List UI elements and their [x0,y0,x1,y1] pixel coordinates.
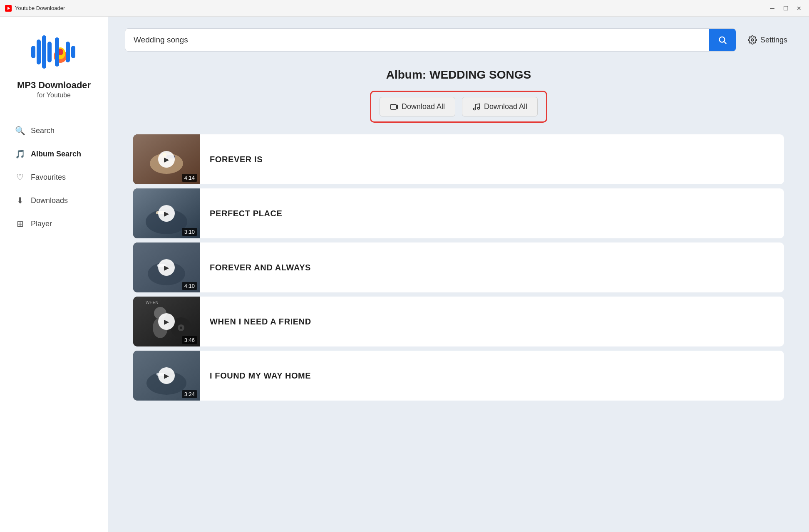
maximize-button[interactable]: ☐ [781,3,791,13]
svg-rect-4 [42,35,46,69]
play-button-1[interactable]: ▶ [158,151,175,168]
search-input[interactable] [125,35,709,45]
svg-marker-16 [396,105,397,108]
gear-icon [748,35,757,45]
svg-rect-10 [71,46,75,58]
nav-menu: 🔍 Search 🎵 Album Search ♡ Favourites ⬇ D… [0,120,108,235]
sidebar-item-search-label: Search [31,126,55,135]
duration-badge-3: 4:10 [182,282,197,290]
duration-badge-5: 3:24 [182,390,197,398]
svg-rect-3 [37,40,41,64]
song-title-5: I FOUND MY WAY HOME [200,371,784,381]
play-button-2[interactable]: ▶ [158,205,175,222]
minimize-button[interactable]: ─ [767,3,777,13]
table-row[interactable]: 3:24 ▶ I FOUND MY WAY HOME [133,351,784,401]
app-subtitle: for Youtube [37,92,71,99]
svg-rect-11 [55,37,59,67]
play-button-3[interactable]: ▶ [158,259,175,276]
results-area[interactable]: Album: WEDDING SONGS Download All [108,60,809,532]
main-content: Settings Album: WEDDING SONGS Download A… [108,17,809,532]
search-bar-area: Settings [108,17,809,60]
download-all-video-label: Download All [402,102,445,111]
search-input-wrap [125,28,736,52]
download-icon: ⬇ [15,195,25,205]
svg-rect-5 [47,42,52,62]
download-all-video-button[interactable]: Download All [380,97,455,116]
settings-button[interactable]: Settings [743,32,792,48]
sidebar-item-downloads-label: Downloads [31,196,68,205]
song-thumbnail-4: WHEN 3:46 ▶ [133,297,200,346]
duration-badge-1: 4:14 [182,174,197,182]
sidebar: MP3 Downloader for Youtube 🔍 Search 🎵 Al… [0,17,108,532]
table-row[interactable]: 4:14 ▶ FOREVER IS [133,134,784,184]
download-all-audio-label: Download All [484,102,527,111]
svg-rect-15 [391,104,396,109]
music-note-icon: 🎵 [15,149,25,159]
svg-text:WHEN: WHEN [146,300,159,305]
title-bar-controls: ─ ☐ ✕ [767,3,804,13]
duration-badge-2: 3:10 [182,228,197,236]
song-title-2: PERFECT PLACE [200,209,784,218]
sidebar-item-player[interactable]: ⊞ Player [7,213,101,235]
title-bar-app-name: Youtube Downloader [15,5,65,11]
song-thumbnail-5: 3:24 ▶ [133,351,200,401]
sidebar-item-album-search[interactable]: 🎵 Album Search [7,143,101,165]
search-button-icon [718,35,727,45]
song-thumbnail-2: 3:10 ▶ [133,188,200,238]
video-download-icon [390,103,398,111]
svg-line-13 [724,42,726,44]
sidebar-item-favourites-label: Favourites [31,173,66,182]
logo-container: MP3 Downloader for Youtube [17,29,91,99]
svg-point-14 [751,39,754,41]
svg-point-12 [720,37,725,42]
table-row[interactable]: 3:10 ▶ PERFECT PLACE [133,188,784,238]
svg-point-37 [180,327,182,329]
search-icon: 🔍 [15,126,25,136]
song-thumbnail-3: 4:10 ▶ [133,242,200,292]
table-row[interactable]: WHEN 3:46 ▶ WHEN I NEED A FRIEND [133,297,784,346]
svg-point-18 [478,107,480,109]
song-title-1: FOREVER IS [200,155,784,164]
sidebar-item-favourites[interactable]: ♡ Favourites [7,166,101,188]
app-name: MP3 Downloader [17,80,91,91]
audio-download-icon [472,103,481,111]
album-title: Album: WEDDING SONGS [133,68,784,82]
sidebar-item-player-label: Player [31,220,52,228]
svg-rect-9 [66,42,70,62]
duration-badge-4: 3:46 [182,336,197,344]
app-icon [5,5,12,12]
player-icon: ⊞ [15,219,25,229]
song-title-3: FOREVER AND ALWAYS [200,263,784,272]
play-button-5[interactable]: ▶ [158,367,175,384]
download-all-row: Download All Download All [370,91,547,123]
song-list: 4:14 ▶ FOREVER IS [133,134,784,401]
table-row[interactable]: 4:10 ▶ FOREVER AND ALWAYS [133,242,784,292]
sidebar-item-album-search-label: Album Search [31,150,81,158]
song-title-4: WHEN I NEED A FRIEND [200,317,784,327]
play-button-4[interactable]: ▶ [158,313,175,330]
title-bar: Youtube Downloader ─ ☐ ✕ [0,0,809,17]
title-bar-left: Youtube Downloader [5,5,65,12]
svg-rect-2 [31,46,35,58]
search-button[interactable] [709,28,736,52]
app-logo [31,29,77,75]
svg-point-17 [474,108,476,110]
app-body: MP3 Downloader for Youtube 🔍 Search 🎵 Al… [0,17,809,532]
close-button[interactable]: ✕ [794,3,804,13]
download-all-audio-button[interactable]: Download All [462,97,538,116]
sidebar-item-search[interactable]: 🔍 Search [7,120,101,141]
settings-label: Settings [760,36,787,45]
song-thumbnail-1: 4:14 ▶ [133,134,200,184]
heart-icon: ♡ [15,172,25,182]
sidebar-item-downloads[interactable]: ⬇ Downloads [7,190,101,211]
